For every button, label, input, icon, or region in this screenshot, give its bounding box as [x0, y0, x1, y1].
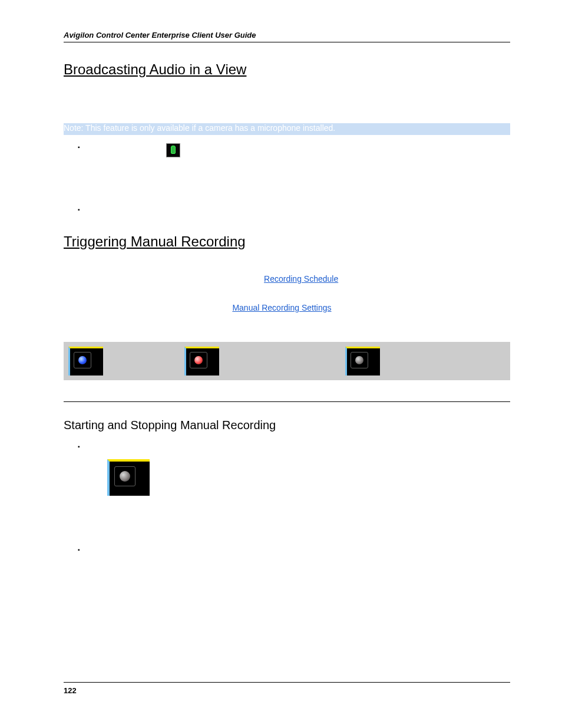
para-indicator-intro: The Recording Indicator overlay must be …: [64, 320, 510, 332]
heading-start-stop: Starting and Stopping Manual Recording: [64, 419, 510, 432]
note-text: This feature is only available if a came…: [85, 123, 335, 133]
recording-indicator-blue-icon: [68, 347, 103, 375]
note-label: Note:: [64, 123, 83, 133]
para-manual-intro: Cameras are set to follow a recording sc…: [64, 262, 510, 297]
bullet-start-post: The recording indicator is highlighted i…: [94, 506, 510, 529]
recording-indicator-red-icon: [184, 347, 219, 375]
bullet-broadcast-start: In the toolbar, click to broadcast audio…: [78, 143, 510, 189]
para-intro-audio: If there are speakers linked to your cam…: [64, 90, 510, 113]
footer-rule: [64, 682, 510, 683]
bullet-stop-recording: Click the Recording Indicator again to s…: [78, 546, 510, 558]
indicator-notrecording-header: [340, 342, 510, 380]
bullet-start-text: In the image panel, click the Recording …: [94, 443, 366, 453]
dot-blue-icon: [78, 356, 87, 364]
para-manual2-post: .: [333, 303, 336, 312]
bullet-start-recording: In the image panel, click the Recording …: [78, 443, 510, 529]
page-number: 122: [64, 686, 510, 695]
recording-indicator-table: Recording Recording triggered by an even…: [64, 342, 510, 402]
link-recording-schedule[interactable]: Recording Schedule: [264, 274, 338, 284]
header-rule: [64, 42, 510, 42]
microphone-icon[interactable]: [166, 143, 180, 157]
page-footer: 122: [64, 682, 510, 695]
para-manual-settings: To change the manual recording settings,…: [64, 302, 510, 314]
heading-broadcasting-audio: Broadcasting Audio in a View: [64, 61, 510, 78]
link-manual-recording-settings[interactable]: Manual Recording Settings: [232, 303, 331, 312]
document-header: Avigilon Control Center Enterprise Clien…: [64, 31, 510, 39]
indicator-recording-header: [64, 342, 180, 380]
recording-indicator-example-icon[interactable]: [107, 459, 150, 496]
bullet-broadcast-stop: Click the button again to stop broadcast…: [78, 206, 510, 218]
indicator-recording-caption: Recording: [64, 380, 180, 402]
heading-manual-recording: Triggering Manual Recording: [64, 233, 510, 250]
dot-red-icon: [194, 356, 203, 364]
indicator-notrecording-caption: Not recording: [340, 380, 510, 402]
bullet-text-pre: In the toolbar, click: [94, 145, 165, 154]
dot-gray-icon: [355, 356, 363, 364]
indicator-event-header: [180, 342, 340, 380]
dot-example-icon: [120, 471, 130, 482]
indicator-event-caption: Recording triggered by an event: [180, 380, 340, 402]
note-bar: Note: This feature is only available if …: [64, 123, 510, 135]
para-manual2-pre: To change the manual recording settings,…: [64, 303, 232, 312]
recording-indicator-gray-icon: [345, 347, 380, 375]
